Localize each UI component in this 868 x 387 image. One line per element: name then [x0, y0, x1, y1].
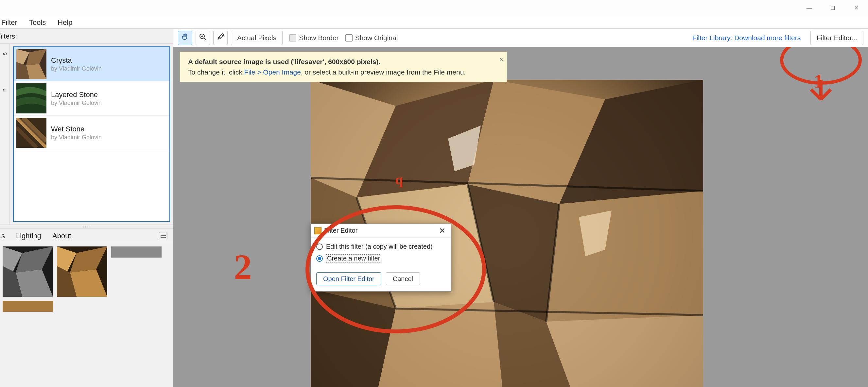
filter-item-layered-stone[interactable]: Layered Stone by Vladimir Golovin [14, 82, 169, 116]
filter-name: Layered Stone [51, 91, 102, 99]
category-column[interactable]: s n [0, 44, 10, 225]
preview-toolbar: Actual Pixels Show Border Show Original … [173, 29, 868, 47]
dialog-title: Filter Editor [324, 227, 358, 234]
window-maximize-button[interactable]: ☐ [821, 0, 844, 17]
notice-open-image-link[interactable]: File > Open Image [244, 68, 301, 76]
download-more-label: Download more filters [734, 34, 801, 41]
category-s[interactable]: s [1, 52, 8, 55]
preset-thumb[interactable] [3, 301, 53, 312]
annotation-text-1: 1 [814, 70, 824, 93]
tab-s[interactable]: s [1, 232, 5, 240]
menu-filter[interactable]: Filter [1, 18, 17, 27]
dialog-app-icon [314, 227, 321, 234]
tab-lighting[interactable]: Lighting [16, 232, 41, 240]
option-edit-label: Edit this filter (a copy will be created… [326, 243, 433, 250]
default-image-notice: × A default source image is used ('lifes… [180, 52, 507, 82]
notice-line1: A default source image is used ('lifesav… [188, 58, 380, 65]
filter-item-crysta[interactable]: Crysta by Vladimir Golovin [14, 47, 169, 82]
checkbox-icon [345, 34, 352, 41]
filter-author: by Vladimir Golovin [51, 100, 102, 106]
panel-splitter[interactable]: •••• [0, 225, 173, 229]
filter-list[interactable]: Crysta by Vladimir Golovin Layered Stone… [13, 46, 170, 222]
filter-author: by Vladimir Golovin [51, 134, 102, 141]
open-filter-editor-button[interactable]: Open Filter Editor [316, 272, 381, 285]
actual-pixels-button[interactable]: Actual Pixels [231, 31, 283, 45]
show-original-checkbox[interactable]: Show Original [345, 34, 398, 42]
notice-close-icon[interactable]: × [499, 54, 503, 65]
annotation-text-2: 2 [234, 247, 252, 288]
preset-thumb[interactable] [111, 247, 161, 258]
panel2-body [0, 243, 173, 315]
option-create-label: Create a new filter [326, 254, 381, 262]
zoom-tool-button[interactable] [195, 31, 210, 45]
hand-icon [181, 33, 189, 43]
radio-icon [316, 244, 323, 250]
option-edit-this-filter[interactable]: Edit this filter (a copy will be created… [316, 243, 446, 250]
preview-canvas[interactable]: × A default source image is used ('lifes… [173, 47, 868, 387]
menu-help[interactable]: Help [58, 18, 72, 27]
left-sidebar: ilters: s n Crysta by Vladimir Golovin [0, 29, 173, 387]
dialog-close-icon[interactable]: ✕ [437, 226, 448, 235]
filter-name: Wet Stone [51, 125, 102, 133]
show-original-label: Show Original [355, 34, 398, 42]
filters-header: ilters: [0, 29, 173, 44]
svg-line-21 [204, 38, 206, 40]
eyedropper-tool-button[interactable] [213, 31, 228, 45]
tab-about[interactable]: About [52, 232, 71, 240]
notice-line2c: , or select a built-in preview image fro… [301, 68, 466, 76]
window-titlebar: — ☐ ✕ [0, 0, 868, 17]
filter-author: by Vladimir Golovin [51, 65, 102, 72]
magnifier-icon [199, 33, 207, 43]
filter-editor-dialog: Filter Editor ✕ Edit this filter (a copy… [311, 224, 451, 292]
category-n[interactable]: n [1, 88, 8, 92]
cancel-button[interactable]: Cancel [386, 272, 420, 285]
notice-line2a: To change it, click [188, 68, 244, 76]
filter-name: Crysta [51, 56, 102, 65]
hand-tool-button[interactable] [178, 31, 192, 45]
annotation-circle-1 [772, 47, 868, 110]
filter-library-link[interactable]: Filter Library: Download more filters [692, 34, 801, 42]
show-border-checkbox[interactable]: Show Border [289, 34, 339, 42]
preset-thumb[interactable] [57, 247, 107, 297]
filter-editor-button[interactable]: Filter Editor... [810, 31, 863, 45]
radio-icon [316, 255, 323, 262]
filter-thumb [17, 49, 46, 79]
svg-point-46 [782, 47, 860, 83]
svg-marker-36 [546, 315, 703, 387]
panel2-menu-icon[interactable] [159, 232, 167, 239]
dialog-titlebar[interactable]: Filter Editor ✕ [311, 224, 451, 238]
checkbox-icon [289, 34, 296, 41]
menu-tools[interactable]: Tools [29, 18, 46, 27]
panel2-tabs: s Lighting About [0, 229, 173, 243]
menu-bar: Filter Tools Help [0, 17, 868, 29]
window-close-button[interactable]: ✕ [844, 0, 868, 17]
option-create-new-filter[interactable]: Create a new filter [316, 254, 446, 262]
preset-thumb[interactable] [3, 247, 53, 297]
filters-label: ilters: [1, 32, 17, 40]
show-border-label: Show Border [299, 34, 339, 42]
window-minimize-button[interactable]: — [797, 0, 821, 17]
svg-marker-32 [546, 191, 703, 322]
filter-library-prefix: Filter Library: [692, 34, 734, 41]
filter-item-wet-stone[interactable]: Wet Stone by Vladimir Golovin [14, 116, 169, 150]
filter-thumb [17, 118, 46, 148]
eyedropper-icon [217, 33, 224, 43]
right-pane: Actual Pixels Show Border Show Original … [173, 29, 868, 387]
filter-thumb [17, 83, 46, 114]
